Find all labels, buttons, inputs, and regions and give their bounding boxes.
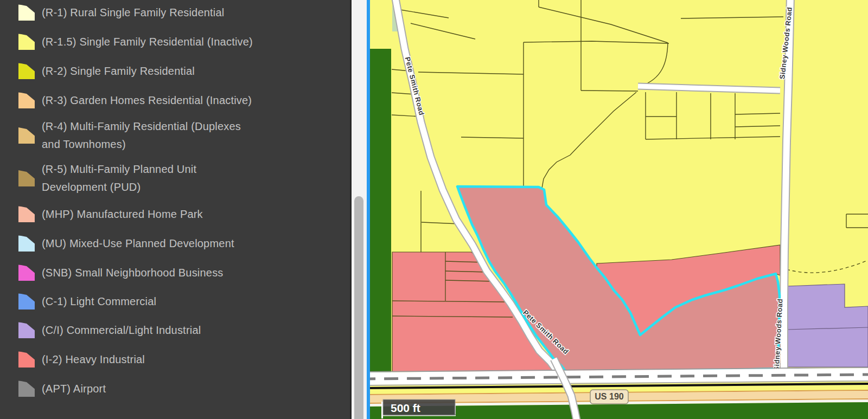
legend-item: (R-4) Multi-Family Residential (Duplexes… xyxy=(18,118,241,153)
zone-color-swatch-icon xyxy=(18,92,35,108)
legend-item-label: (R-3) Garden Homes Residential (Inactive… xyxy=(42,92,252,109)
legend-item: (SNB) Small Neighborhood Business xyxy=(18,264,224,282)
map-left-border-highlight xyxy=(367,0,370,419)
legend-item: (R-2) Single Family Residential xyxy=(18,62,195,80)
zone-color-swatch-icon xyxy=(18,293,35,310)
zone-color-swatch-icon xyxy=(18,4,35,21)
road-spur xyxy=(638,86,780,91)
zone-color-swatch-icon xyxy=(18,351,35,368)
vegetation-strip xyxy=(369,49,391,373)
legend-item-label: (R-1.5) Single Family Residential (Inact… xyxy=(42,33,253,51)
legend-item: (MHP) Manufactured Home Park xyxy=(18,205,203,223)
legend-item-label: (MHP) Manufactured Home Park xyxy=(42,205,203,223)
zone-color-swatch-icon xyxy=(18,127,35,144)
highway-shield-label: US 190 xyxy=(595,392,623,401)
legend-item: (C/I) Commercial/Light Industrial xyxy=(18,321,201,339)
zone-color-swatch-icon xyxy=(18,381,35,397)
zoning-map-svg[interactable]: Pete Smith Road Pete Smith Road Sidney W… xyxy=(367,0,868,419)
zone-color-swatch-icon xyxy=(18,170,35,186)
legend-item-label: (SNB) Small Neighborhood Business xyxy=(42,264,224,282)
legend-item: (R-1) Rural Single Family Residential xyxy=(18,4,224,22)
zone-color-swatch-icon xyxy=(18,34,35,50)
zone-color-swatch-icon xyxy=(18,206,35,222)
legend-item: (MU) Mixed-Use Planned Development xyxy=(18,235,234,253)
legend-item-label: (R-2) Single Family Residential xyxy=(42,62,195,80)
legend-item-label: (MU) Mixed-Use Planned Development xyxy=(42,235,234,253)
legend-item: (C-1) Light Commercial xyxy=(18,293,156,311)
legend-item-label: (C/I) Commercial/Light Industrial xyxy=(42,321,201,339)
scale-bar-label: 500 ft xyxy=(391,402,420,414)
legend-item: (R-5) Multi-Family Planned Unit Developm… xyxy=(18,160,196,196)
legend-item-label: (R-5) Multi-Family Planned Unit Developm… xyxy=(42,160,196,196)
legend-panel: (R-1) Rural Single Family Residential (R… xyxy=(0,0,350,419)
legend-item: (R-1.5) Single Family Residential (Inact… xyxy=(18,33,253,51)
legend-item: (I-2) Heavy Industrial xyxy=(18,351,145,369)
zoning-map-canvas[interactable]: Pete Smith Road Pete Smith Road Sidney W… xyxy=(367,0,868,419)
zone-color-swatch-icon xyxy=(18,235,35,252)
legend-item-label: (R-4) Multi-Family Residential (Duplexes… xyxy=(42,118,241,153)
legend-item-label: (APT) Airport xyxy=(42,380,106,398)
zone-color-swatch-icon xyxy=(18,63,35,79)
legend-item: (R-3) Garden Homes Residential (Inactive… xyxy=(18,92,252,109)
zone-color-swatch-icon xyxy=(18,322,35,338)
legend-item: (APT) Airport xyxy=(18,380,106,398)
legend-item-label: (I-2) Heavy Industrial xyxy=(42,351,145,369)
legend-scrollbar-thumb[interactable] xyxy=(354,196,363,419)
legend-item-label: (C-1) Light Commercial xyxy=(42,293,156,311)
highway-shield-us190: US 190 xyxy=(590,390,628,404)
legend-item-label: (R-1) Rural Single Family Residential xyxy=(42,4,224,22)
zone-color-swatch-icon xyxy=(18,265,35,281)
scale-bar: 500 ft xyxy=(381,399,456,418)
